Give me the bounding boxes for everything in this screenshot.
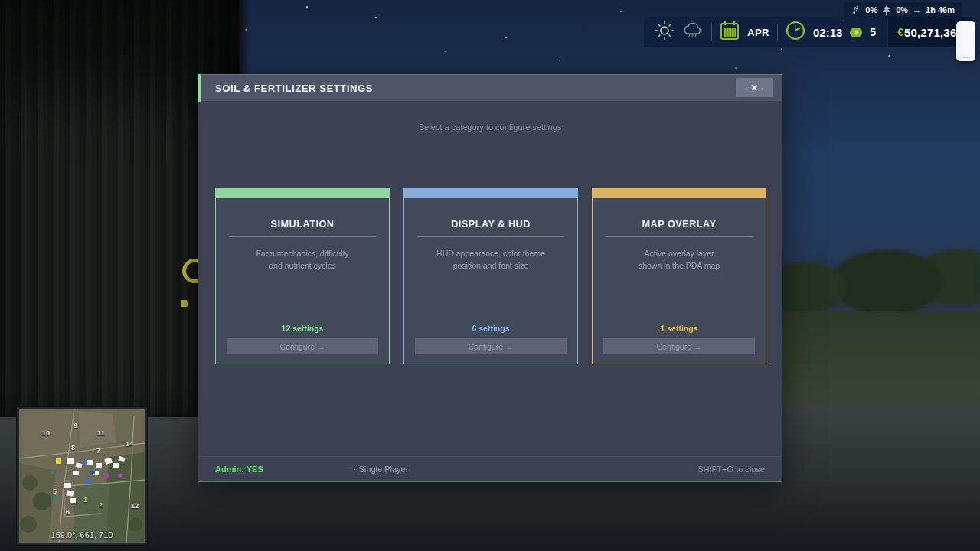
field-number: 1: [83, 496, 87, 504]
sprinkler-icon: [851, 5, 861, 15]
configure-button-simulation[interactable]: Configure →: [227, 338, 378, 354]
arrow-glyph: →: [913, 5, 921, 15]
tree-icon: [882, 5, 891, 15]
field-number: 6: [66, 508, 70, 516]
configure-button-display-hud[interactable]: Configure →: [415, 338, 567, 354]
month-label: APR: [747, 27, 769, 38]
clock-time: 02:13: [813, 26, 842, 39]
growth-value: 0%: [896, 5, 908, 15]
admin-status: Admin: YES: [215, 465, 263, 474]
card-divider: [417, 236, 564, 237]
minimap-terrain: [19, 409, 145, 543]
category-cards: SIMULATION Farm mechanics, difficulty an…: [215, 188, 766, 364]
status-row: 0% 0% → 1h 46m: [844, 2, 962, 17]
player-coordinates: 159.0°, 661, 710: [19, 530, 145, 540]
speed-value: 5: [870, 26, 876, 38]
dialog-title: SOIL & FERTILIZER SETTINGS: [198, 83, 373, 94]
field-number: 10: [42, 429, 50, 437]
dialog-footer: Admin: YES · Single Player SHIFT+O to cl…: [198, 456, 782, 481]
phone-icon: [956, 21, 975, 61]
card-accent-bar: [592, 188, 766, 198]
soil-fertilizer-settings-dialog: SOIL & FERTILIZER SETTINGS ‹ ✕ › Select …: [198, 74, 782, 482]
configure-button-map-overlay[interactable]: Configure →: [603, 338, 755, 354]
money-amount: 50,271,369: [904, 26, 963, 39]
card-map-overlay[interactable]: MAP OVERLAY Active overlay layer shown i…: [592, 188, 766, 364]
card-title: DISPLAY & HUD: [404, 219, 577, 230]
minimap[interactable]: 9 10 11 14 8 7 5 6 1 2 12 159.0°, 661, 7…: [17, 407, 147, 545]
card-divider: [606, 236, 753, 237]
card-description: HUD appearance, color theme position and…: [404, 247, 577, 272]
field-number: 9: [74, 422, 77, 429]
divider: [711, 24, 712, 41]
card-accent-bar: [215, 188, 390, 198]
night-sky-stars: [306, 6, 308, 8]
field-number: 8: [71, 444, 75, 452]
close-deco-right: ›: [760, 85, 763, 93]
field-marker-dot: [181, 300, 188, 307]
currency-symbol: €: [897, 26, 903, 38]
time-remaining: 1h 46m: [926, 5, 955, 15]
game-hud-bar: APR 02:13 ›› 5 € 50,271,369: [644, 17, 972, 47]
card-title: SIMULATION: [216, 219, 389, 230]
card-title: MAP OVERLAY: [593, 219, 766, 230]
title-accent-bar: [198, 74, 201, 102]
field-number: 12: [131, 502, 139, 510]
field-number: 11: [97, 429, 105, 437]
close-deco-left: ‹: [746, 85, 748, 93]
card-divider: [229, 236, 376, 237]
field-number: 14: [126, 440, 133, 448]
close-shortcut-hint: SHIFT+O to close: [697, 465, 765, 474]
close-icon: ✕: [750, 83, 758, 93]
field-number: 7: [96, 447, 100, 455]
settings-count: 12 settings: [216, 324, 389, 333]
card-description: Active overlay layer shown in the PDA ma…: [593, 247, 766, 272]
moisture-value: 0%: [865, 5, 877, 15]
fast-forward-icon: ››: [850, 28, 862, 37]
clock-icon: [786, 21, 805, 44]
rain-cloud-icon: [682, 22, 704, 42]
settings-count: 6 settings: [404, 324, 577, 333]
card-simulation[interactable]: SIMULATION Farm mechanics, difficulty an…: [215, 188, 390, 364]
card-accent-bar: [403, 188, 578, 198]
calendar-icon: [720, 21, 740, 44]
field-number: 5: [53, 487, 57, 495]
card-description: Farm mechanics, difficulty and nutrient …: [216, 247, 389, 272]
settings-count: 1 settings: [593, 324, 766, 333]
dialog-titlebar: SOIL & FERTILIZER SETTINGS ‹ ✕ ›: [198, 75, 782, 101]
field-number: 2: [99, 501, 103, 509]
divider: [777, 24, 778, 41]
game-mode-label: · Single Player: [354, 465, 409, 474]
category-hint: Select a category to configure settings: [198, 122, 782, 132]
card-display-hud[interactable]: DISPLAY & HUD HUD appearance, color them…: [403, 188, 578, 364]
sun-icon: [655, 21, 675, 44]
close-button[interactable]: ‹ ✕ ›: [736, 78, 773, 97]
